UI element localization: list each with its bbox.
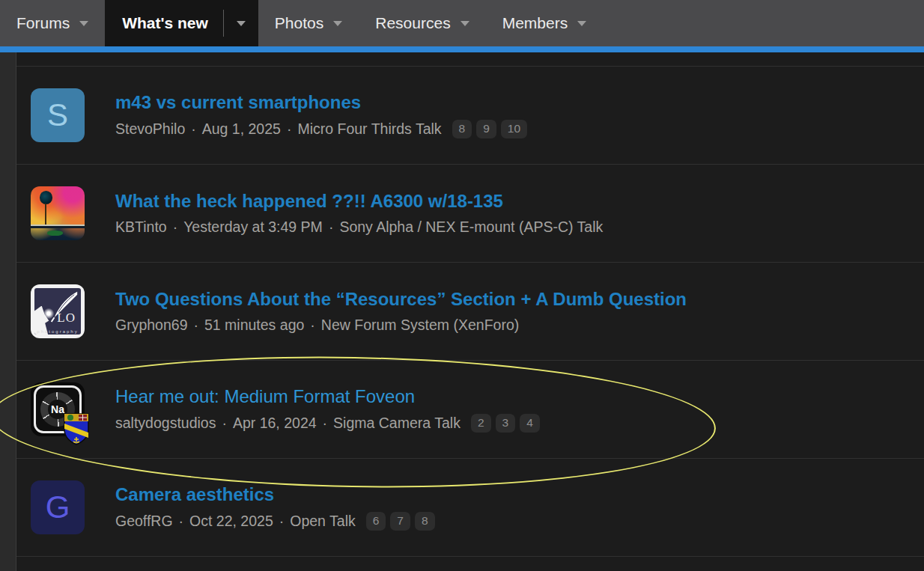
thread-title-link[interactable]: Two Questions About the “Resources” Sect… xyxy=(115,289,687,310)
tab-whats-new-label: What's new xyxy=(122,14,208,32)
page-badge[interactable]: 9 xyxy=(476,120,496,138)
forum-page: Forums What's new Photos Resources Membe… xyxy=(0,0,924,571)
thread-date-link[interactable]: Apr 16, 2024 xyxy=(233,415,317,432)
table-row[interactable]: G Camera aesthetics GeoffRG · Oct 22, 20… xyxy=(16,458,924,556)
page-badges: 2 3 4 xyxy=(471,414,540,433)
chevron-down-icon[interactable] xyxy=(461,21,469,26)
meta-separator: · xyxy=(323,415,328,432)
meta-separator: · xyxy=(222,415,227,432)
thread-forum-link[interactable]: Sony Alpha / NEX E-mount (APS-C) Talk xyxy=(339,219,603,236)
thread-author-link[interactable]: Gryphon69 xyxy=(115,317,187,334)
thread-forum-link[interactable]: Sigma Camera Talk xyxy=(333,415,461,432)
chevron-down-icon[interactable] xyxy=(79,21,88,26)
page-badge[interactable]: 8 xyxy=(415,512,435,531)
page-badge[interactable]: 8 xyxy=(452,120,472,138)
thread-date-link[interactable]: 51 minutes ago xyxy=(204,317,304,334)
thread-title-link[interactable]: m43 vs current smartphones xyxy=(115,92,527,113)
chevron-down-icon[interactable] xyxy=(333,21,342,26)
meta-separator: · xyxy=(287,120,292,138)
left-gutter xyxy=(0,52,16,571)
thread-meta: saltydogstudios · Apr 16, 2024 · Sigma C… xyxy=(115,414,540,433)
thread-date-link[interactable]: Aug 1, 2025 xyxy=(202,120,281,138)
avatar[interactable]: S xyxy=(31,88,85,142)
table-row[interactable]: LO photography Two Questions About the “… xyxy=(16,262,924,360)
thread-meta: Gryphon69 · 51 minutes ago · New Forum S… xyxy=(115,317,687,334)
avatar-logo-subtext: photography xyxy=(34,329,81,334)
table-row[interactable]: What the heck happened ??!! A6300 w/18-1… xyxy=(16,164,924,262)
thread-title-link[interactable]: What the heck happened ??!! A6300 w/18-1… xyxy=(115,191,603,212)
page-badge[interactable]: 2 xyxy=(471,414,491,433)
page-badge[interactable]: 4 xyxy=(520,414,540,433)
avatar[interactable]: LO photography xyxy=(31,284,85,338)
thread-info: Camera aesthetics GeoffRG · Oct 22, 2025… xyxy=(115,484,435,531)
thread-info: Hear me out: Medium Format Foveon saltyd… xyxy=(115,386,540,433)
avatar-letter: G xyxy=(46,492,70,523)
tab-resources-label: Resources xyxy=(375,14,450,32)
avatar-art-pole xyxy=(45,204,46,226)
avatar-logo-panel: LO photography xyxy=(34,288,81,335)
avatar[interactable]: G xyxy=(31,480,85,534)
thread-meta: KBTinto · Yesterday at 3:49 PM · Sony Al… xyxy=(115,219,603,236)
avatar-letter: S xyxy=(47,100,68,131)
avatar[interactable]: Na xyxy=(31,382,85,436)
thread-info: m43 vs current smartphones StevoPhilo · … xyxy=(115,92,527,138)
page-badges: 6 7 8 xyxy=(366,512,435,531)
table-row[interactable]: S m43 vs current smartphones StevoPhilo … xyxy=(16,66,924,164)
meta-separator: · xyxy=(179,513,184,530)
meta-separator: · xyxy=(193,317,198,334)
chevron-down-icon[interactable] xyxy=(577,21,586,26)
page-body: S m43 vs current smartphones StevoPhilo … xyxy=(0,52,924,571)
meta-separator: · xyxy=(173,219,178,236)
page-badge[interactable]: 7 xyxy=(390,512,410,531)
avatar[interactable] xyxy=(31,186,85,240)
thread-title-link[interactable]: Hear me out: Medium Format Foveon xyxy=(115,386,540,407)
thread-author-link[interactable]: GeoffRG xyxy=(115,513,173,530)
tab-resources[interactable]: Resources xyxy=(359,0,485,46)
thread-date-link[interactable]: Yesterday at 3:49 PM xyxy=(183,219,323,236)
meta-separator: · xyxy=(310,317,315,334)
table-row[interactable]: Na Hear me out: Medium Format Foveon xyxy=(16,360,924,458)
active-tab-accent-bar xyxy=(0,46,924,52)
thread-date-link[interactable]: Oct 22, 2025 xyxy=(189,513,273,530)
thread-info: What the heck happened ??!! A6300 w/18-1… xyxy=(115,191,603,236)
thread-title-link[interactable]: Camera aesthetics xyxy=(115,484,435,505)
tab-forums-label: Forums xyxy=(16,14,70,32)
page-badge[interactable]: 6 xyxy=(366,512,386,531)
tab-forums[interactable]: Forums xyxy=(0,0,105,46)
page-badge[interactable]: 10 xyxy=(501,120,527,138)
tab-whats-new-dropdown[interactable] xyxy=(224,0,258,46)
page-badge[interactable]: 3 xyxy=(496,414,516,433)
tab-photos-label: Photos xyxy=(275,14,323,32)
avatar-art-bridge xyxy=(31,225,85,228)
thread-info: Two Questions About the “Resources” Sect… xyxy=(115,289,687,334)
thread-author-link[interactable]: saltydogstudios xyxy=(115,415,216,432)
tab-whats-new[interactable]: What's new xyxy=(105,0,223,46)
thread-list: S m43 vs current smartphones StevoPhilo … xyxy=(16,52,924,571)
list-end-separator xyxy=(16,556,924,571)
meta-separator: · xyxy=(329,219,334,236)
tab-members-label: Members xyxy=(502,14,568,32)
tab-members[interactable]: Members xyxy=(486,0,604,46)
meta-separator: · xyxy=(279,513,285,530)
avatar-logo-letters: Na xyxy=(51,403,64,415)
thread-meta: StevoPhilo · Aug 1, 2025 · Micro Four Th… xyxy=(115,120,527,138)
thread-author-link[interactable]: StevoPhilo xyxy=(115,120,185,138)
page-badges: 8 9 10 xyxy=(452,120,528,138)
thread-meta: GeoffRG · Oct 22, 2025 · Open Talk 6 7 8 xyxy=(115,512,435,531)
tab-whats-new-group: What's new xyxy=(105,0,258,46)
avatar-logo-text: LO xyxy=(57,311,76,326)
avatar-art-balloon xyxy=(40,191,52,204)
thread-author-link[interactable]: KBTinto xyxy=(115,219,167,236)
tab-photos[interactable]: Photos xyxy=(258,0,359,46)
thread-forum-link[interactable]: New Forum System (XenForo) xyxy=(321,317,519,334)
thread-forum-link[interactable]: Micro Four Thirds Talk xyxy=(297,120,441,138)
main-navigation: Forums What's new Photos Resources Membe… xyxy=(0,0,924,46)
avatar-art-boat xyxy=(47,230,64,235)
meta-separator: · xyxy=(191,120,196,138)
thread-forum-link[interactable]: Open Talk xyxy=(290,513,355,530)
chevron-down-icon xyxy=(237,21,246,26)
heraldic-shield-icon xyxy=(64,412,89,445)
